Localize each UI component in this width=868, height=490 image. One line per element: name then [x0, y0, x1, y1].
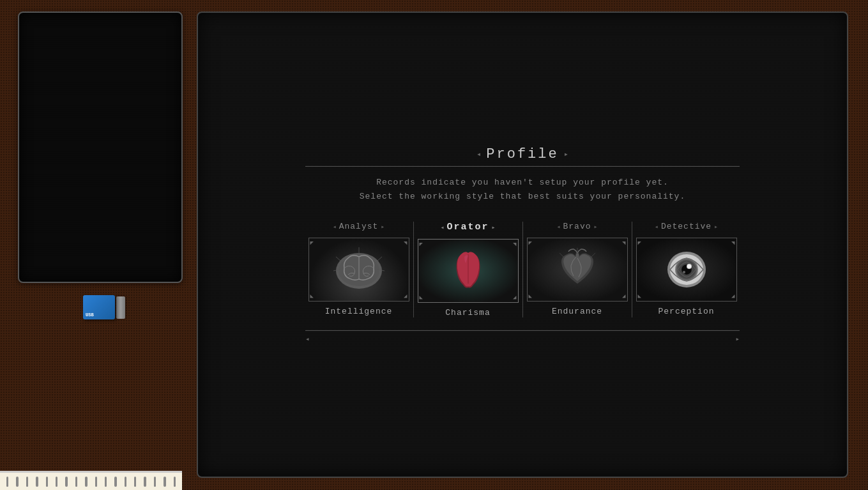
detective-arrow-left: ◂	[655, 223, 659, 231]
profile-subtitle: Records indicate you haven't setup your …	[305, 176, 740, 204]
heart-bg	[528, 238, 627, 301]
divider-1	[413, 222, 414, 318]
corner-tl-intel: ◤	[310, 240, 314, 247]
notebook-hole	[144, 477, 146, 487]
profile-dialog: ◂ Profile ▸ Records indicate you haven't…	[305, 146, 740, 343]
subtitle-line2: Select the working style that best suits…	[305, 190, 740, 204]
corner-tl-charisma: ◤	[420, 241, 423, 248]
corner-bl-perception: ◣	[638, 293, 641, 300]
notebook-hole	[105, 477, 107, 487]
eye-bg	[637, 238, 736, 301]
corner-br-intel: ◢	[404, 293, 407, 300]
charisma-label: Charisma	[445, 308, 490, 318]
notebook-hole	[125, 477, 126, 487]
charisma-card-image[interactable]: ◤ ◥ ◣ ◢	[418, 239, 519, 303]
bravo-tab-label: Bravo	[563, 222, 591, 231]
tongue-bg	[418, 240, 518, 302]
notebook-hole	[26, 477, 28, 487]
notebook-hole	[56, 477, 57, 487]
bottom-spacer	[310, 335, 736, 343]
orator-arrow-right: ▸	[492, 224, 496, 231]
corner-tl-perception: ◤	[638, 240, 641, 247]
notebook-hole	[154, 477, 156, 487]
title-divider	[305, 166, 740, 167]
notebook-hole	[46, 477, 48, 487]
detective-column[interactable]: ◂ Detective ▸	[636, 222, 737, 318]
notebook-hole	[75, 477, 77, 487]
notebook	[0, 471, 182, 490]
notebook-holes	[0, 473, 182, 490]
corner-br-endurance: ◢	[622, 293, 625, 300]
corner-bl-charisma: ◣	[420, 294, 423, 301]
corner-br-charisma: ◢	[513, 294, 516, 301]
corner-tl-endurance: ◤	[529, 240, 532, 247]
svg-line-8	[560, 253, 565, 258]
svg-line-10	[590, 253, 595, 258]
bravo-arrow-right: ▸	[594, 223, 598, 231]
analyst-arrow-right: ▸	[381, 223, 385, 231]
endurance-card-image[interactable]: ◤ ◥ ◣ ◢	[527, 238, 628, 302]
notebook-hole	[65, 477, 67, 487]
orator-column[interactable]: ◂ Orator ▸	[418, 222, 519, 318]
corner-bl-endurance: ◣	[529, 293, 532, 300]
detective-tab-header: ◂ Detective ▸	[655, 222, 718, 231]
bravo-arrow-left: ◂	[556, 223, 560, 231]
detective-arrow-right: ▸	[714, 223, 718, 231]
notebook-hole	[174, 477, 176, 487]
dialog-bottom-row: ◂ ▸	[305, 330, 740, 343]
profiles-row: ◂ Analyst ▸	[305, 222, 740, 318]
perception-card-image[interactable]: ◤ ◥ ◣ ◢	[636, 238, 737, 302]
title-arrow-right: ▸	[564, 149, 568, 159]
profile-title: Profile	[486, 146, 558, 162]
intelligence-label: Intelligence	[325, 307, 393, 316]
orator-tab-header: ◂ Orator ▸	[440, 222, 495, 233]
left-screen-panel	[18, 11, 183, 283]
notebook-hole	[164, 477, 165, 487]
notebook-hole	[134, 477, 136, 487]
corner-tr-perception: ◥	[731, 240, 735, 247]
corner-tr-endurance: ◥	[622, 240, 625, 247]
profile-title-row: ◂ Profile ▸	[305, 146, 740, 162]
title-arrow-left: ◂	[476, 149, 481, 159]
intelligence-card-image[interactable]: ◤ ◥ ◣ ◢	[308, 238, 409, 302]
notebook-hole	[114, 477, 116, 487]
tongue-icon	[443, 245, 494, 296]
bravo-tab-header: ◂ Bravo ▸	[556, 222, 597, 231]
divider-3	[632, 222, 632, 318]
perception-label: Perception	[658, 307, 714, 316]
usb-body: USB	[83, 295, 115, 319]
corner-tr-charisma: ◥	[513, 241, 516, 248]
analyst-arrow-left: ◂	[333, 223, 337, 231]
brain-bg	[309, 238, 409, 301]
detective-tab-label: Detective	[661, 222, 712, 231]
bottom-arrow-right: ▸	[735, 335, 740, 343]
eye-icon	[661, 244, 712, 295]
bottom-arrow-left: ◂	[305, 335, 310, 343]
bravo-column[interactable]: ◂ Bravo ▸	[527, 222, 628, 318]
subtitle-line1: Records indicate you haven't setup your …	[305, 176, 740, 190]
notebook-hole	[95, 477, 97, 487]
notebook-hole	[16, 477, 18, 487]
analyst-column[interactable]: ◂ Analyst ▸	[308, 222, 409, 318]
analyst-tab-header: ◂ Analyst ▸	[333, 222, 385, 231]
usb-label: USB	[86, 312, 94, 318]
brain-icon	[330, 244, 388, 295]
orator-arrow-left: ◂	[440, 224, 444, 231]
main-panel: ◂ Profile ▸ Records indicate you haven't…	[197, 11, 848, 478]
analyst-tab-label: Analyst	[339, 222, 379, 231]
notebook-hole	[36, 477, 38, 487]
divider-2	[522, 222, 523, 318]
usb-stack	[116, 296, 125, 319]
notebook-hole	[85, 477, 87, 487]
svg-point-20	[683, 271, 685, 273]
corner-tr-intel: ◥	[404, 240, 407, 247]
corner-bl-intel: ◣	[310, 293, 314, 300]
svg-point-19	[687, 264, 691, 268]
usb-device: USB	[83, 295, 125, 319]
endurance-label: Endurance	[552, 307, 602, 316]
orator-tab-label: Orator	[446, 222, 489, 233]
notebook-hole	[6, 477, 8, 487]
corner-br-perception: ◢	[731, 293, 735, 300]
heart-icon	[552, 244, 603, 295]
